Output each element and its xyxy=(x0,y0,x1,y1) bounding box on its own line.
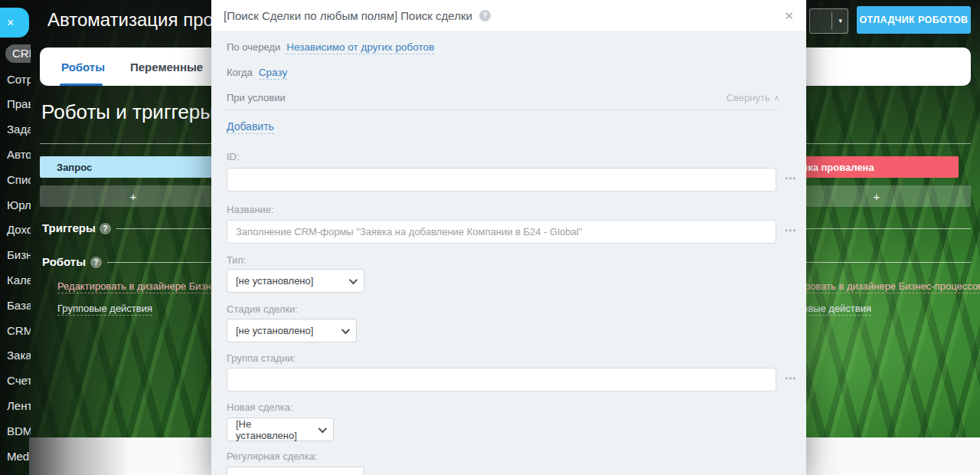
sidebar-item[interactable]: Прав xyxy=(0,92,31,117)
more-dots-icon[interactable]: ••• xyxy=(786,175,797,182)
sidebar-item[interactable]: BDM xyxy=(0,418,31,444)
tab-robots[interactable]: Роботы xyxy=(61,48,105,86)
active-tab-underline xyxy=(60,84,103,86)
stage-select[interactable]: [не установлено] xyxy=(227,319,357,342)
field-name: Заполнение CRM-формы "Заявка на добавлен… xyxy=(227,220,776,244)
chevron-down-icon xyxy=(318,424,327,433)
sidebar-item[interactable]: База xyxy=(0,293,31,318)
sidebar-item[interactable]: Лент xyxy=(0,393,31,418)
app-root: CRM Сотр Прав Зада Авто Спис Юрл Дохо Би… xyxy=(0,0,980,475)
sidebar-item[interactable]: Счет xyxy=(0,368,31,393)
add-stage-button-left[interactable]: + xyxy=(40,185,227,207)
queue-label: По очереди xyxy=(227,41,280,53)
field-label-type: Тип: xyxy=(227,254,779,266)
condition-row: При условии Свернуть ∧ xyxy=(227,92,779,103)
settings-split-button[interactable]: ▾ xyxy=(809,8,848,34)
queue-value-link[interactable]: Независимо от других роботов xyxy=(286,41,434,54)
field-label-id: ID: xyxy=(227,151,779,162)
help-icon[interactable]: ? xyxy=(100,223,111,234)
sidebar-item[interactable]: Кале xyxy=(0,267,31,293)
type-select[interactable]: [не установлено] xyxy=(227,269,364,293)
split-divider xyxy=(831,12,832,30)
sidebar-item[interactable]: Бизн xyxy=(0,242,31,267)
more-dots-icon[interactable]: ••• xyxy=(786,227,797,234)
when-value-link[interactable]: Сразу xyxy=(259,67,287,80)
page-heading: Роботы и триггеры xyxy=(41,100,214,124)
chat-close-button[interactable]: × xyxy=(0,8,29,38)
field-label-stage-group: Группа стадии: xyxy=(227,352,779,364)
sidebar-item[interactable]: Зака xyxy=(0,343,31,369)
sidebar-item[interactable]: Спис xyxy=(0,167,31,192)
field-label-stage: Стадия сделки: xyxy=(227,303,779,315)
id-input[interactable] xyxy=(227,168,776,192)
new-deal-select[interactable]: [Не установлено] xyxy=(227,418,334,441)
help-icon[interactable]: ? xyxy=(90,257,102,268)
help-icon[interactable]: ? xyxy=(479,10,491,21)
stage-group-input[interactable] xyxy=(227,368,776,391)
modal-body: По очереди Независимо от других роботов … xyxy=(211,31,806,475)
sidebar-item[interactable]: Med xyxy=(0,444,31,469)
robot-debugger-button[interactable]: ОТЛАДЧИК РОБОТОВ xyxy=(857,6,971,34)
close-icon[interactable]: ✕ xyxy=(784,10,794,21)
caret-down-icon: ▾ xyxy=(838,17,842,25)
plus-icon: + xyxy=(130,190,137,203)
field-id: ••• xyxy=(227,168,776,192)
when-row: Когда Сразу xyxy=(227,67,779,80)
sidebar-item[interactable]: Дохо xyxy=(0,218,31,243)
name-input[interactable]: Заполнение CRM-формы "Заявка на добавлен… xyxy=(227,220,776,244)
add-condition-link[interactable]: Добавить xyxy=(227,120,274,134)
plus-icon: + xyxy=(874,190,880,203)
field-label-new-deal: Новая сделка: xyxy=(227,401,779,413)
field-label-recurring-deal: Регулярная сделка: xyxy=(227,450,779,462)
chevron-down-icon xyxy=(349,275,358,283)
field-stage-group: ••• xyxy=(227,368,776,391)
page-title: Автоматизация прод xyxy=(47,9,224,31)
more-dots-icon[interactable]: ••• xyxy=(786,375,797,382)
sidebar-item[interactable]: Сотр xyxy=(0,67,31,92)
robot-settings-modal: [Поиск Сделки по любым полям] Поиск сдел… xyxy=(211,0,806,475)
robots-section-label: Роботы xyxy=(42,255,86,268)
sidebar-item[interactable]: Зада xyxy=(0,116,31,142)
chevron-down-icon xyxy=(341,325,350,333)
active-item-pill: CRM xyxy=(5,44,31,63)
triggers-section-label: Триггеры xyxy=(42,221,96,234)
close-icon: × xyxy=(7,16,14,30)
condition-label: При условии xyxy=(227,92,286,103)
add-stage-button-right[interactable]: + xyxy=(782,185,971,207)
sidebar: CRM Сотр Прав Зада Авто Спис Юрл Дохо Би… xyxy=(0,41,31,475)
chevron-up-icon: ∧ xyxy=(774,93,779,102)
stage-zapros[interactable]: Запрос xyxy=(40,156,227,178)
modal-title: [Поиск Сделки по любым полям] Поиск сдел… xyxy=(224,9,472,22)
sidebar-item-crm-active[interactable]: CRM xyxy=(0,41,31,67)
collapse-toggle[interactable]: Свернуть ∧ xyxy=(727,92,779,103)
sidebar-item[interactable]: Юрл xyxy=(0,192,31,218)
sidebar-item[interactable]: CRM xyxy=(0,318,31,343)
queue-row: По очереди Независимо от других роботов xyxy=(227,41,779,54)
tab-variables[interactable]: Переменные xyxy=(130,48,203,86)
sidebar-item[interactable]: Авто xyxy=(0,142,31,167)
modal-header: [Поиск Сделки по любым полям] Поиск сдел… xyxy=(211,0,806,31)
recurring-deal-select[interactable] xyxy=(227,467,364,475)
when-label: Когда xyxy=(227,67,253,78)
group-actions-link[interactable]: Групповые действия xyxy=(57,303,152,316)
field-label-name: Название: xyxy=(227,204,779,215)
